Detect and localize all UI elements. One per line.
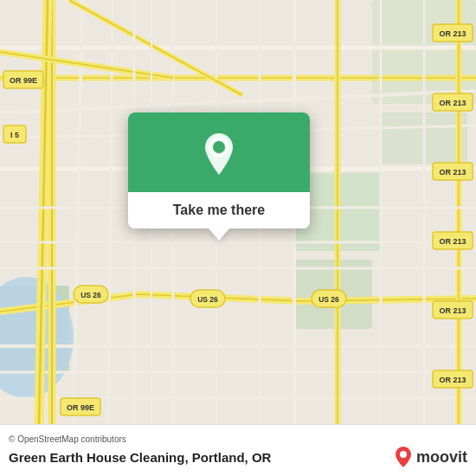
svg-text:OR 99E: OR 99E <box>10 76 37 85</box>
bottom-row: Green Earth House Cleaning, Portland, OR… <box>9 446 467 468</box>
map-container: OR 213 OR 213 OR 213 OR 213 OR 213 OR 21… <box>0 0 476 424</box>
moovit-pin-icon <box>394 446 413 468</box>
bottom-bar: © OpenStreetMap contributors Green Earth… <box>0 424 476 476</box>
svg-text:OR 213: OR 213 <box>439 168 466 177</box>
moovit-text: moovit <box>416 448 467 466</box>
svg-text:OR 213: OR 213 <box>439 99 466 107</box>
place-name: Green Earth House Cleaning, Portland, OR <box>9 450 271 465</box>
tooltip-arrow <box>209 228 229 241</box>
svg-text:OR 213: OR 213 <box>439 29 466 38</box>
svg-text:OR 213: OR 213 <box>439 376 466 384</box>
svg-text:US 26: US 26 <box>197 295 218 304</box>
svg-text:US 26: US 26 <box>80 291 101 299</box>
take-me-there-button[interactable]: Take me there <box>173 203 265 218</box>
svg-text:US 26: US 26 <box>318 295 339 304</box>
moovit-logo: moovit <box>394 446 467 468</box>
map-attribution: © OpenStreetMap contributors <box>9 434 467 444</box>
tooltip-bottom: Take me there <box>128 192 310 228</box>
svg-point-72 <box>213 141 225 153</box>
svg-text:OR 213: OR 213 <box>439 237 466 246</box>
svg-text:OR 99E: OR 99E <box>67 403 94 412</box>
svg-text:I 5: I 5 <box>10 131 19 139</box>
location-pin-icon <box>200 132 238 177</box>
svg-point-74 <box>400 451 407 458</box>
tooltip-card: Take me there <box>128 113 310 228</box>
tooltip-top <box>128 113 310 192</box>
svg-text:OR 213: OR 213 <box>439 306 466 315</box>
